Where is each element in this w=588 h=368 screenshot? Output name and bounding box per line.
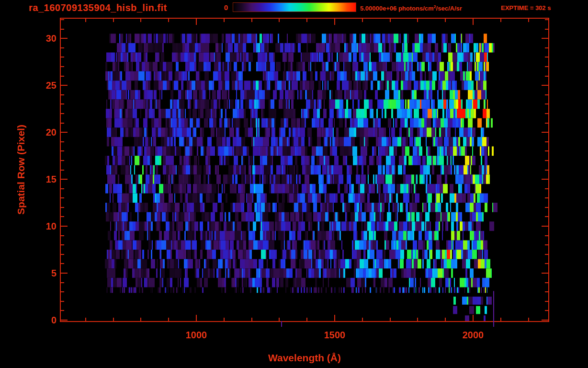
- flux-value: 5.00000e+06: [360, 5, 396, 12]
- y-tick-label: 5: [35, 268, 57, 279]
- y-tick-label: 30: [35, 33, 57, 44]
- y-tick-label: 0: [35, 315, 57, 326]
- colorbar-gradient: [233, 3, 356, 12]
- colorbar-min-label: 0: [215, 3, 228, 12]
- spectrogram-image: [60, 18, 549, 322]
- x-axis-title: Wavelength (Å): [209, 352, 400, 364]
- y-tick-label: 25: [35, 80, 57, 91]
- y-tick-label: 15: [35, 174, 57, 185]
- x-tick-label: 1000: [175, 330, 218, 341]
- colorbar: [233, 2, 356, 12]
- flux-units-post: /sec/A/sr: [436, 5, 462, 12]
- exptime-label: EXPTIME = 302 s: [501, 4, 551, 12]
- y-axis-title: Spatial Row (Pixel): [15, 125, 27, 215]
- colorbar-max-label: 5.00000e+06 photons/cm2/sec/A/sr: [360, 4, 462, 12]
- x-tick-label: 1500: [313, 330, 356, 341]
- file-title: ra_160709135904_hisb_lin.fit: [29, 2, 167, 13]
- y-tick-label: 20: [35, 127, 57, 138]
- y-tick-label: 10: [35, 221, 57, 232]
- spectrogram-viewer-page: ra_160709135904_hisb_lin.fit 0 5.00000e+…: [0, 0, 588, 368]
- flux-units-pre: photons/cm: [396, 5, 433, 12]
- x-tick-label: 2000: [452, 330, 495, 341]
